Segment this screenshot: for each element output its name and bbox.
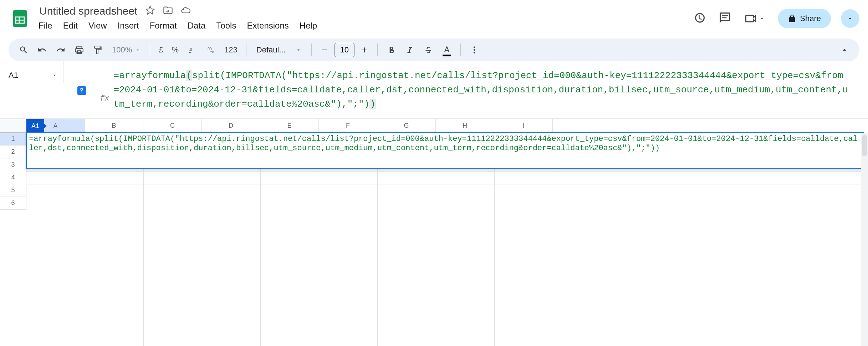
italic-button[interactable] [402,42,418,58]
decrease-decimal-button[interactable]: .0 [184,42,200,58]
quick-share-button[interactable] [841,9,859,28]
app-header: Untitled spreadsheet File Edit View Inse… [0,0,868,36]
column-header[interactable]: D [202,119,260,133]
decrease-font-size-button[interactable]: − [317,43,332,57]
sheets-logo[interactable] [9,7,31,30]
menu-tools[interactable]: Tools [216,21,236,31]
row-header[interactable]: 5 [0,184,26,197]
collapse-toolbar-button[interactable] [837,42,852,58]
meet-button[interactable] [744,12,765,25]
more-tools-button[interactable] [466,42,482,58]
strikethrough-button[interactable] [420,42,436,58]
cell-editor[interactable]: =arrayformula(split(IMPORTDATA("https://… [26,132,864,169]
menu-format[interactable]: Format [150,21,177,31]
column-header[interactable]: C [143,119,202,133]
font-size-input[interactable] [335,43,354,57]
chevron-down-icon [847,15,853,22]
chevron-down-icon [135,47,141,53]
move-icon[interactable] [163,5,173,17]
row-header[interactable]: 1 [0,133,26,146]
increase-font-size-button[interactable]: + [357,43,372,57]
spreadsheet-grid: A B C D E F G H I 1 2 3 4 5 6 A1 [0,119,868,346]
name-box[interactable]: A1 [0,61,63,83]
document-title[interactable]: Untitled spreadsheet [37,4,139,18]
select-all-corner[interactable] [0,119,26,133]
undo-button[interactable] [34,42,50,58]
svg-point-9 [474,49,475,51]
svg-point-10 [474,52,475,53]
redo-button[interactable] [53,42,68,58]
currency-button[interactable]: £ [156,45,166,55]
row-header[interactable]: 2 [0,146,26,158]
toolbar: 100% £ % .0 .00 123 Defaul... − + [9,39,859,61]
chevron-down-icon [296,47,301,53]
svg-text:.00: .00 [207,47,212,51]
formula-bar: A1 ? fx =arrayformula(split(IMPORTDATA("… [0,61,868,119]
menu-edit[interactable]: Edit [63,21,78,31]
row-header[interactable]: 3 [0,158,26,171]
font-name: Defaul... [256,45,291,55]
active-cell-indicator: A1 [26,119,44,133]
column-header[interactable]: I [494,119,553,133]
column-header[interactable]: B [85,119,143,133]
menu-view[interactable]: View [88,21,107,31]
menu-file[interactable]: File [39,21,52,31]
row-headers: 1 2 3 4 5 6 [0,133,26,346]
comments-icon[interactable] [719,11,731,26]
column-header[interactable]: H [436,119,494,133]
cloud-status-icon[interactable] [181,5,191,17]
paint-format-button[interactable] [90,42,106,58]
svg-rect-5 [722,17,727,19]
search-button[interactable] [16,42,31,58]
vertical-scrollbar[interactable] [861,133,868,346]
share-button[interactable]: Share [778,9,831,28]
cell-area[interactable]: A1 =arrayformula(split(IMPORTDATA("https… [26,133,868,346]
zoom-value: 100% [112,45,132,55]
svg-rect-0 [13,10,27,27]
menu-help[interactable]: Help [300,21,317,31]
chevron-down-icon [759,16,765,21]
menu-insert[interactable]: Insert [118,21,139,31]
column-header[interactable]: G [377,119,436,133]
svg-text:.0: .0 [189,47,192,51]
fx-label: fx [100,94,109,103]
print-button[interactable] [71,42,87,58]
history-icon[interactable] [693,11,706,26]
menu-extensions[interactable]: Extensions [247,21,289,31]
column-headers: A B C D E F G H I [0,119,868,133]
formula-help-badge[interactable]: ? [77,86,86,95]
row-header[interactable]: 6 [0,197,26,210]
menu-bar: File Edit View Insert Format Data Tools … [37,19,687,33]
share-label: Share [800,14,821,23]
zoom-selector[interactable]: 100% [108,45,144,55]
percent-button[interactable]: % [169,45,182,55]
increase-decimal-button[interactable]: .00 [203,42,219,58]
svg-rect-4 [722,15,728,16]
column-header[interactable]: E [260,119,319,133]
chevron-down-icon [52,72,57,78]
star-icon[interactable] [145,5,155,17]
scrollbar-thumb[interactable] [862,135,867,156]
column-header[interactable]: F [319,119,377,133]
text-color-button[interactable] [439,42,455,58]
font-selector[interactable]: Defaul... [252,45,306,55]
formula-input[interactable]: =arrayformula(split(IMPORTDATA("https://… [113,68,862,111]
name-box-value: A1 [9,71,18,80]
svg-point-8 [474,46,475,48]
row-header[interactable]: 4 [0,171,26,184]
lock-icon [788,14,796,23]
more-formats-button[interactable]: 123 [221,45,240,55]
bold-button[interactable] [383,42,399,58]
menu-data[interactable]: Data [188,21,206,31]
